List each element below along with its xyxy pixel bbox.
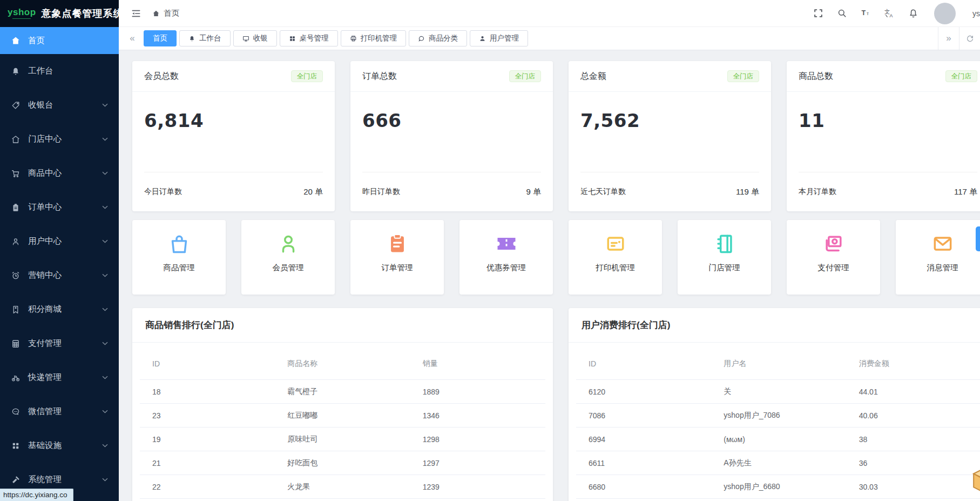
- cell-id: 6120: [576, 380, 711, 404]
- column-header: ID: [576, 343, 711, 380]
- cell-id: 23: [140, 404, 275, 427]
- bookmark-tag-icon: [11, 305, 21, 315]
- user-name[interactable]: ys: [962, 9, 980, 18]
- stat-scope-badge: 全门店: [509, 70, 542, 83]
- sidebar-item-user-center[interactable]: 用户中心: [0, 224, 119, 258]
- table-row: 6994 (мωм) 38: [576, 427, 980, 451]
- chevron-down-icon: [102, 478, 108, 482]
- notifications-bell-icon[interactable]: [908, 8, 918, 18]
- chevron-down-icon: [102, 376, 108, 379]
- shortcut-payment-management[interactable]: 支付管理: [787, 220, 880, 295]
- tab-label: 商品分类: [429, 34, 458, 43]
- cell-id: 6994: [576, 427, 711, 451]
- shortcut-label: 打印机管理: [596, 263, 635, 273]
- stat-title: 订单总数: [362, 71, 397, 82]
- grid-icon: [289, 35, 296, 42]
- chat-bubble-icon: [11, 407, 21, 417]
- cell-username: yshop用户_6680: [711, 475, 846, 499]
- table-row: 21 好吃面包 1297: [140, 451, 545, 475]
- tab-user-management[interactable]: 用户管理: [470, 30, 528, 46]
- table-title: 用户消费排行(全门店): [569, 308, 980, 343]
- svg-text:T: T: [862, 9, 866, 17]
- sidebar-item-cashier[interactable]: 收银台: [0, 88, 119, 122]
- sidebar-item-wechat[interactable]: 微信管理: [0, 395, 119, 429]
- cell-goods-name: 霸气橙子: [275, 380, 410, 404]
- theme-settings-button[interactable]: [976, 226, 980, 251]
- shortcut-coupon-management[interactable]: 优惠券管理: [459, 220, 553, 295]
- table-row: 23 红豆嘟嘟 1346: [140, 404, 545, 427]
- stat-card: 订单总数 全门店 666 昨日订单数 9 单: [350, 61, 553, 211]
- sidebar: yshop 意象点餐管理系统 首页 工作台 收银台 门店中心: [0, 0, 119, 501]
- shortcut-store-management[interactable]: 门店管理: [678, 220, 771, 295]
- topbar: 首页 Tт 文A ys: [119, 0, 980, 27]
- shortcut-member-management[interactable]: 会员管理: [241, 220, 335, 295]
- shortcut-goods-management[interactable]: 商品管理: [132, 220, 226, 295]
- tab-home[interactable]: 首页: [144, 30, 177, 46]
- stat-scope-badge: 全门店: [945, 70, 978, 83]
- stat-card: 商品总数 全门店 11 本月订单数 117 单: [787, 61, 980, 211]
- sidebar-item-label: 用户中心: [28, 236, 62, 247]
- font-size-icon[interactable]: Tт: [861, 8, 871, 18]
- topbar-actions: Tт 文A ys: [813, 3, 980, 24]
- translate-icon[interactable]: 文A: [884, 8, 895, 18]
- user-avatar[interactable]: [934, 3, 956, 24]
- sidebar-item-store-center[interactable]: 门店中心: [0, 122, 119, 156]
- bicycle-icon: [11, 373, 21, 383]
- tabbar: « 首页 工作台 收银 桌号管理 打印机管理 商品分类: [119, 27, 980, 50]
- floating-service-cube-icon[interactable]: [970, 464, 980, 497]
- table-row: 18 霸气橙子 1889: [140, 380, 545, 404]
- stat-scope-badge: 全门店: [727, 70, 760, 83]
- shortcut-label: 支付管理: [818, 263, 849, 273]
- sidebar-item-label: 积分商城: [28, 304, 62, 315]
- sidebar-item-home[interactable]: 首页: [0, 27, 119, 54]
- sidebar-item-workbench[interactable]: 工作台: [0, 54, 119, 88]
- chevron-down-icon: [102, 308, 108, 311]
- tab-printer[interactable]: 打印机管理: [341, 30, 407, 46]
- logo-text: yshop: [8, 8, 36, 17]
- shortcut-message-management[interactable]: 消息管理: [896, 220, 980, 295]
- table-row: 19 原味吐司 1298: [140, 427, 545, 451]
- house-icon: [11, 135, 21, 144]
- column-header: 用户名: [711, 343, 846, 380]
- sidebar-item-express[interactable]: 快递管理: [0, 360, 119, 395]
- search-icon[interactable]: [837, 8, 847, 18]
- sidebar-item-goods-center[interactable]: 商品中心: [0, 156, 119, 190]
- stat-title: 总金额: [580, 71, 606, 82]
- app-window: yshop 意象点餐管理系统 首页 工作台 收银台 门店中心: [0, 0, 980, 501]
- printer-card-icon: [604, 232, 627, 256]
- refresh-icon[interactable]: [959, 27, 980, 50]
- stat-footer-value: 119 单: [736, 187, 759, 197]
- cell-id: 7086: [576, 404, 711, 427]
- tab-table-numbers[interactable]: 桌号管理: [280, 30, 338, 46]
- stat-value: 6,814: [144, 110, 323, 131]
- fullscreen-icon[interactable]: [813, 8, 823, 18]
- cell-goods-name: 红豆嘟嘟: [275, 404, 410, 427]
- sidebar-collapse-icon[interactable]: [131, 8, 141, 19]
- tab-label: 工作台: [199, 34, 221, 43]
- chevron-down-icon: [102, 239, 108, 243]
- app-title: 意象点餐管理系统: [42, 7, 124, 20]
- sidebar-item-label: 快递管理: [28, 372, 62, 383]
- monitor-icon: [242, 35, 249, 42]
- shortcut-order-management[interactable]: 订单管理: [350, 220, 444, 295]
- shortcut-printer-management[interactable]: 打印机管理: [569, 220, 662, 295]
- stat-title: 会员总数: [144, 71, 179, 82]
- cell-amount: 44.01: [847, 380, 980, 404]
- sidebar-item-label: 支付管理: [28, 338, 62, 349]
- stat-value: 7,562: [580, 110, 759, 131]
- tab-workbench[interactable]: 工作台: [179, 30, 231, 46]
- sidebar-item-order-center[interactable]: 订单中心: [0, 190, 119, 224]
- sidebar-item-label: 营销中心: [28, 270, 62, 281]
- tab-cashier[interactable]: 收银: [233, 30, 277, 46]
- sidebar-item-marketing-center[interactable]: 营销中心: [0, 258, 119, 292]
- breadcrumb[interactable]: 首页: [152, 8, 179, 18]
- tab-goods-category[interactable]: 商品分类: [409, 30, 467, 46]
- column-header: 消费金额: [847, 343, 980, 380]
- stat-footer-value: 20 单: [303, 187, 323, 197]
- shopping-bag-icon: [167, 232, 191, 256]
- tabs-scroll-right-icon[interactable]: »: [938, 27, 959, 50]
- sidebar-item-points-mall[interactable]: 积分商城: [0, 292, 119, 326]
- tabs-scroll-left-icon[interactable]: «: [126, 33, 138, 44]
- sidebar-item-payment[interactable]: 支付管理: [0, 326, 119, 360]
- sidebar-item-infrastructure[interactable]: 基础设施: [0, 429, 119, 463]
